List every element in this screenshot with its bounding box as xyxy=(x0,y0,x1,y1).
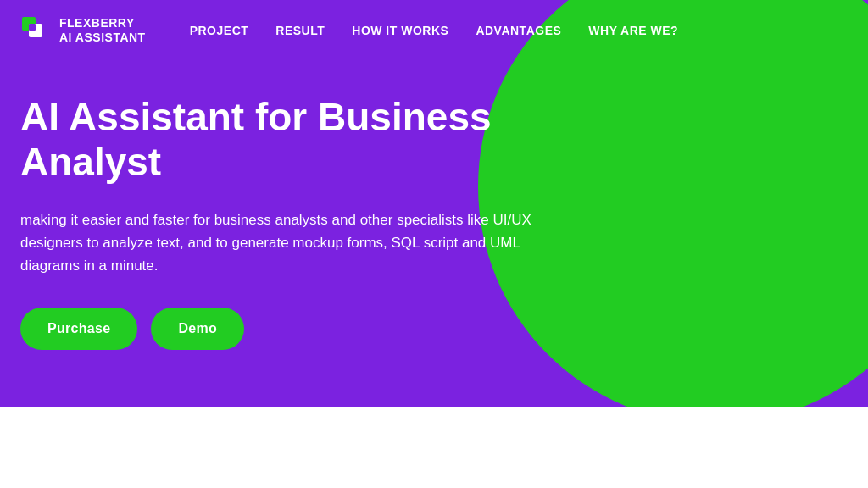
nav-link-how-it-works[interactable]: HOW IT WORKS xyxy=(352,24,448,37)
hero-description: making it easier and faster for business… xyxy=(20,208,573,278)
nav-item-project[interactable]: PROJECT xyxy=(190,23,249,38)
demo-button[interactable]: Demo xyxy=(151,308,244,350)
hero-buttons: Purchase Demo xyxy=(20,308,573,350)
nav-link-advantages[interactable]: ADVANTAGES xyxy=(476,24,561,37)
purchase-button[interactable]: Purchase xyxy=(20,308,137,350)
logo-text: FLEXBERRY AI ASSISTANT xyxy=(59,16,146,45)
below-fold xyxy=(0,407,868,488)
navbar: FLEXBERRY AI ASSISTANT PROJECT RESULT HO… xyxy=(0,0,868,61)
nav-item-how-it-works[interactable]: HOW IT WORKS xyxy=(352,23,448,38)
nav-link-result[interactable]: RESULT xyxy=(275,24,325,37)
hero-title: AI Assistant for Business Analyst xyxy=(20,95,573,185)
nav-item-why-are-we[interactable]: WHY ARE WE? xyxy=(588,23,678,38)
logo-icon xyxy=(20,15,51,46)
nav-link-why-are-we[interactable]: WHY ARE WE? xyxy=(588,24,678,37)
nav-item-result[interactable]: RESULT xyxy=(275,23,325,38)
logo: FLEXBERRY AI ASSISTANT xyxy=(20,15,146,46)
nav-item-advantages[interactable]: ADVANTAGES xyxy=(476,23,561,38)
hero-section: FLEXBERRY AI ASSISTANT PROJECT RESULT HO… xyxy=(0,0,868,407)
nav-link-project[interactable]: PROJECT xyxy=(190,24,249,37)
nav-links: PROJECT RESULT HOW IT WORKS ADVANTAGES W… xyxy=(190,23,678,38)
svg-rect-2 xyxy=(29,24,36,30)
hero-content: AI Assistant for Business Analyst making… xyxy=(0,61,593,384)
